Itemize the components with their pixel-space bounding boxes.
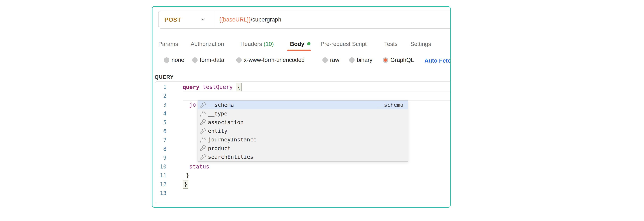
tab-params[interactable]: Params — [158, 41, 178, 47]
radio-none[interactable]: none — [164, 57, 184, 63]
tab-pre-request-script[interactable]: Pre-request Script — [320, 41, 367, 47]
url-variable: {{baseURL}} — [219, 16, 251, 23]
radio-raw-label: raw — [330, 57, 339, 63]
active-tab-underline — [287, 50, 311, 51]
radio-dot — [164, 57, 169, 63]
query-section-label: QUERY — [154, 74, 174, 80]
autocomplete-item-searchentities[interactable]: searchEntities — [198, 153, 408, 161]
radio-binary[interactable]: binary — [349, 57, 372, 63]
row-separator — [183, 91, 450, 92]
code-line-3: jo — [189, 100, 196, 109]
body-active-dot-icon — [307, 42, 310, 45]
line-number: 8 — [156, 145, 166, 153]
autocomplete-item-type: __schema — [378, 102, 404, 108]
radio-x-www-form-urlencoded[interactable]: x-www-form-urlencoded — [236, 57, 304, 63]
line-number: 12 — [156, 180, 166, 189]
tab-tests[interactable]: Tests — [384, 41, 398, 47]
autocomplete-dropdown: __schema __schema __type association ent… — [198, 100, 408, 162]
line-number: 7 — [156, 136, 166, 145]
radio-x-www-form-urlencoded-label: x-www-form-urlencoded — [244, 57, 304, 63]
line-number: 4 — [156, 109, 166, 118]
autocomplete-item-name: searchEntities — [208, 154, 253, 160]
radio-form-data-label: form-data — [200, 57, 224, 63]
graphql-query-editor[interactable]: 1 2 3 4 5 6 7 8 9 10 11 12 13 querytestQ… — [155, 81, 450, 204]
request-panel: POST {{baseURL}}/supergraph Params Autho… — [152, 6, 450, 208]
matched-close-brace: } — [183, 180, 188, 189]
line-number: 3 — [156, 100, 166, 109]
autocomplete-item-association[interactable]: association — [198, 118, 408, 127]
query-name: testQuery — [202, 84, 232, 90]
request-url-bar: POST {{baseURL}}/supergraph — [158, 10, 450, 29]
wrench-icon — [200, 145, 206, 151]
radio-dot — [349, 57, 354, 63]
headers-count-badge: (10) — [264, 41, 274, 47]
auto-fetch-link[interactable]: Auto Fetch — [424, 57, 450, 64]
autocomplete-item-journeyinstance[interactable]: journeyInstance — [198, 135, 408, 144]
tab-authorization[interactable]: Authorization — [190, 41, 224, 47]
line-number: 1 — [156, 83, 166, 91]
autocomplete-item-name: entity — [208, 128, 228, 134]
url-input[interactable]: {{baseURL}}/supergraph — [219, 11, 281, 28]
tab-body[interactable]: Body — [290, 41, 310, 47]
radio-dot — [236, 57, 242, 63]
radio-raw[interactable]: raw — [322, 57, 339, 63]
radio-graphql-label: GraphQL — [390, 57, 414, 63]
url-path: /supergraph — [251, 16, 281, 23]
code-line-11: } — [186, 171, 189, 180]
wrench-icon — [200, 111, 206, 116]
wrench-icon — [200, 154, 206, 160]
autocomplete-item-schema[interactable]: __schema __schema — [198, 101, 408, 109]
wrench-icon — [200, 119, 206, 125]
code-line-12: } — [183, 180, 188, 189]
radio-graphql[interactable]: GraphQL — [383, 57, 414, 63]
method-url-divider — [214, 11, 214, 28]
method-label: POST — [164, 16, 181, 23]
method-dropdown[interactable]: POST — [164, 11, 181, 28]
wrench-icon — [200, 102, 206, 108]
line-number: 9 — [156, 153, 166, 162]
autocomplete-item-type-field[interactable]: __type — [198, 109, 408, 118]
chevron-down-icon[interactable] — [200, 17, 206, 22]
line-number: 10 — [156, 162, 166, 171]
autocomplete-item-name: __type — [208, 110, 228, 117]
radio-dot-selected — [383, 57, 388, 63]
line-number: 6 — [156, 127, 166, 136]
tab-headers-label: Headers — [240, 41, 262, 47]
line-number: 5 — [156, 118, 166, 127]
autocomplete-item-name: journeyInstance — [208, 136, 256, 143]
line-number: 11 — [156, 171, 166, 180]
tab-settings[interactable]: Settings — [410, 41, 431, 47]
radio-dot — [192, 57, 198, 63]
radio-none-label: none — [172, 57, 184, 63]
radio-binary-label: binary — [357, 57, 372, 63]
keyword-query: query — [183, 84, 199, 90]
autocomplete-item-name: __schema — [208, 102, 234, 108]
autocomplete-item-product[interactable]: product — [198, 144, 408, 153]
autocomplete-item-name: association — [208, 119, 244, 125]
wrench-icon — [200, 137, 206, 143]
radio-dot — [322, 57, 328, 63]
code-line-10: status — [189, 162, 209, 171]
line-number: 2 — [156, 91, 166, 100]
autocomplete-item-entity[interactable]: entity — [198, 127, 408, 135]
tab-headers[interactable]: Headers (10) — [240, 41, 274, 47]
tab-body-label: Body — [290, 41, 304, 47]
indent-guide-line — [183, 91, 183, 180]
radio-form-data[interactable]: form-data — [192, 57, 224, 63]
autocomplete-item-name: product — [208, 145, 231, 151]
line-number: 13 — [156, 189, 166, 198]
matched-open-brace: { — [236, 83, 242, 91]
code-line-1: querytestQuery{ — [183, 83, 242, 91]
wrench-icon — [200, 128, 206, 134]
